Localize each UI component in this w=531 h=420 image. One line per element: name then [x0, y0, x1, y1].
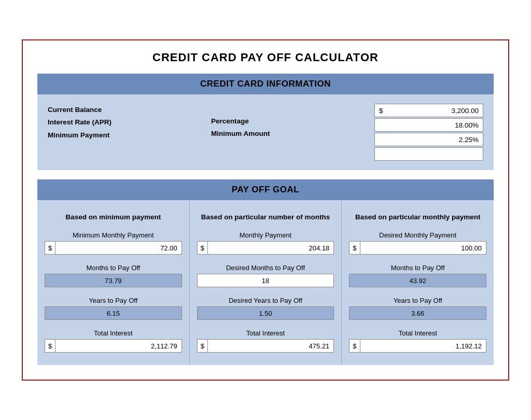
- payoff-col-1: Based on minimum payment Minimum Monthly…: [37, 200, 189, 365]
- percentage-label: Percentage: [211, 115, 249, 128]
- minimum-payment-pct-value: 2.25%: [379, 136, 479, 144]
- col2-field3-label: Desired Years to Pay Off: [197, 297, 334, 304]
- col2-field4-input[interactable]: $ 475.21: [197, 339, 334, 353]
- col2-spacer3: [197, 325, 334, 329]
- credit-card-values: $ 3,200.00 18.00% 2.25%: [374, 104, 483, 161]
- payoff-goal-header: PAY OFF GOAL: [37, 179, 494, 200]
- col3-spacer2: [349, 292, 486, 297]
- credit-card-info-body: Current Balance Interest Rate (APR) Mini…: [37, 94, 494, 170]
- payoff-col-3: Based on particular monthly payment Desi…: [341, 200, 494, 365]
- col1-field1-label: Minimum Monthly Payment: [45, 231, 182, 239]
- interest-rate-label: Interest Rate (APR): [48, 116, 211, 129]
- col2-field1-label: Monthly Payment: [197, 231, 334, 239]
- col1-field3-label: Years to Pay Off: [45, 297, 182, 304]
- col3-field4-input[interactable]: $ 1,192.12: [349, 339, 486, 353]
- col1-field3-result: 6.15: [45, 306, 182, 320]
- col1-field1-dollar: $: [45, 242, 55, 254]
- col-2-header: Based on particular number of months: [201, 207, 330, 226]
- col1-field4-dollar: $: [45, 340, 55, 352]
- payoff-columns: Based on minimum payment Minimum Monthly…: [37, 200, 494, 365]
- col-3-header: Based on particular monthly payment: [355, 207, 481, 226]
- col1-spacer1: [45, 260, 182, 264]
- col1-field2-label: Months to Pay Off: [45, 264, 182, 272]
- interest-rate-value-box: 18.00%: [374, 118, 483, 132]
- col2-field4-label: Total Interest: [197, 329, 334, 337]
- col1-field4-label: Total Interest: [45, 329, 182, 337]
- current-balance-value-box: $ 3,200.00: [374, 104, 483, 117]
- col2-field3-result: 1.50: [197, 306, 334, 320]
- minimum-payment-label: Minimum Payment: [48, 129, 211, 142]
- col3-field4-label: Total Interest: [349, 329, 486, 337]
- col1-field1-input[interactable]: $ 72.00: [45, 241, 182, 255]
- col1-spacer3: [45, 325, 182, 329]
- col2-field2-result[interactable]: 18: [197, 274, 334, 287]
- interest-rate-value: 18.00%: [379, 121, 479, 129]
- col3-field3-label: Years to Pay Off: [349, 297, 486, 304]
- col3-spacer1: [349, 260, 486, 264]
- col3-field2-label: Months to Pay Off: [349, 264, 486, 272]
- col3-field1-label: Desired Monthly Payment: [349, 231, 486, 239]
- col3-field3-result: 3.66: [349, 306, 486, 320]
- col2-field4-dollar: $: [198, 340, 208, 352]
- col2-field1-dollar: $: [198, 242, 208, 254]
- credit-card-info-header: CREDIT CARD INFORMATION: [37, 74, 494, 94]
- col3-field1-value: 100.00: [360, 244, 486, 252]
- col1-field4-input[interactable]: $ 2,112.79: [45, 339, 182, 353]
- col3-spacer3: [349, 325, 486, 329]
- minimum-amount-value-box: [374, 147, 483, 161]
- current-balance-dollar: $: [379, 107, 383, 115]
- minimum-payment-pct-box: 2.25%: [374, 133, 483, 146]
- col3-field1-input[interactable]: $ 100.00: [349, 241, 486, 255]
- col-1-header: Based on minimum payment: [65, 207, 161, 226]
- minimum-amount-label: Minimum Amount: [211, 128, 270, 140]
- credit-card-sub-labels: Percentage Minimum Amount: [211, 104, 374, 141]
- col2-field1-value: 204.18: [208, 244, 333, 252]
- payoff-goal-body: Based on minimum payment Minimum Monthly…: [37, 200, 494, 365]
- col1-field4-value: 2,112.79: [55, 342, 181, 350]
- col2-field2-label: Desired Months to Pay Off: [197, 264, 334, 272]
- col1-field1-value: 72.00: [55, 244, 181, 252]
- col3-field4-dollar: $: [350, 340, 360, 352]
- payoff-col-2: Based on particular number of months Mon…: [189, 200, 342, 365]
- current-balance-label: Current Balance: [48, 104, 211, 116]
- col1-spacer2: [45, 292, 182, 297]
- credit-card-info-section: CREDIT CARD INFORMATION Current Balance …: [37, 74, 494, 170]
- col1-field2-result: 73.79: [45, 274, 182, 287]
- calculator-wrapper: CREDIT CARD PAY OFF CALCULATOR CREDIT CA…: [22, 39, 509, 381]
- col3-field1-dollar: $: [350, 242, 360, 254]
- main-title: CREDIT CARD PAY OFF CALCULATOR: [37, 51, 494, 64]
- col2-spacer1: [197, 260, 334, 264]
- col3-field2-result: 43.92: [349, 274, 486, 287]
- col3-field4-value: 1,192.12: [360, 342, 486, 350]
- payoff-goal-section: PAY OFF GOAL Based on minimum payment Mi…: [37, 179, 494, 365]
- current-balance-value: 3,200.00: [386, 107, 479, 115]
- credit-card-info-row: Current Balance Interest Rate (APR) Mini…: [48, 104, 483, 161]
- credit-card-labels: Current Balance Interest Rate (APR) Mini…: [48, 104, 211, 142]
- col2-spacer2: [197, 292, 334, 297]
- col2-field4-value: 475.21: [208, 342, 333, 350]
- col2-field1-input[interactable]: $ 204.18: [197, 241, 334, 255]
